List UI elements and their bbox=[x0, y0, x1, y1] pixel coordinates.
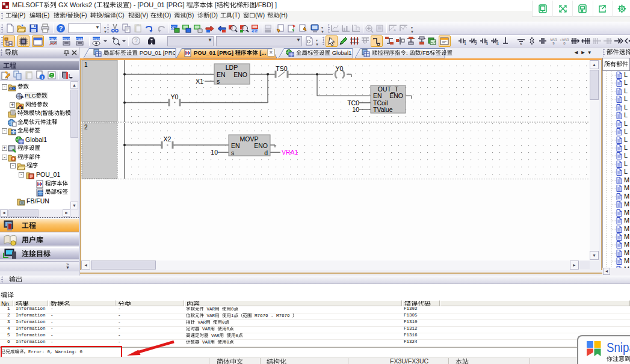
svg-text:VAR: VAR bbox=[200, 327, 211, 332]
svg-text:DFF: DFF bbox=[76, 37, 83, 41]
svg-text:0: 0 bbox=[563, 42, 566, 45]
svg-text:10: 10 bbox=[352, 106, 359, 113]
svg-text:VRA1: VRA1 bbox=[282, 149, 298, 156]
svg-text:POU_01 [PRG]: POU_01 [PRG] bbox=[194, 49, 235, 56]
svg-text:9: 9 bbox=[552, 42, 555, 45]
svg-text:2: 2 bbox=[84, 124, 88, 131]
svg-text:LDP: LDP bbox=[226, 64, 238, 71]
svg-text:6: 6 bbox=[520, 42, 522, 46]
svg-text:0: 0 bbox=[222, 320, 225, 325]
svg-text:X2: X2 bbox=[164, 135, 171, 143]
svg-text:...: ... bbox=[452, 49, 454, 56]
svg-text:(: ( bbox=[40, 110, 43, 116]
svg-text:3: 3 bbox=[486, 42, 488, 46]
svg-text:MOVP: MOVP bbox=[240, 135, 259, 143]
svg-text:MELSOFT: MELSOFT bbox=[12, 1, 43, 8]
svg-text:TCoil: TCoil bbox=[373, 99, 388, 106]
svg-text:0: 0 bbox=[227, 340, 230, 345]
svg-text:(F): (F) bbox=[79, 12, 87, 19]
svg-text:DEV: DEV bbox=[49, 37, 57, 41]
svg-text:/: / bbox=[66, 12, 67, 19]
svg-text::: : bbox=[406, 49, 409, 56]
svg-text:i: i bbox=[42, 75, 43, 80]
svg-text:": " bbox=[373, 39, 374, 42]
svg-text:P: P bbox=[20, 95, 24, 100]
svg-text:GX Works2 (: GX Works2 ( bbox=[57, 1, 96, 8]
svg-text:VAR: VAR bbox=[204, 313, 215, 318]
svg-text:X1: X1 bbox=[196, 78, 203, 85]
svg-text:TValue: TValue bbox=[373, 106, 393, 113]
svg-text:DEV: DEV bbox=[93, 37, 100, 41]
svg-text:4: 4 bbox=[496, 42, 499, 46]
svg-text:[...: [... bbox=[258, 49, 266, 56]
svg-text:d: d bbox=[264, 149, 268, 156]
svg-text:0: 0 bbox=[227, 327, 230, 332]
svg-text:10: 10 bbox=[211, 149, 218, 156]
svg-text:TC0: TC0 bbox=[347, 99, 359, 106]
svg-text:1: 1 bbox=[464, 42, 466, 46]
svg-text:ENO: ENO bbox=[389, 92, 403, 99]
svg-text:EN: EN bbox=[231, 142, 240, 149]
svg-text:(C): (C) bbox=[116, 12, 125, 19]
svg-text:DEV: DEV bbox=[63, 37, 70, 41]
svg-text:(V): (V) bbox=[140, 12, 148, 19]
svg-text:ENO: ENO bbox=[233, 71, 247, 78]
svg-text:(O): (O) bbox=[162, 12, 171, 19]
svg-text:1: 1 bbox=[231, 313, 234, 318]
svg-text:(H): (H) bbox=[279, 12, 288, 19]
svg-text:POU_01 [PRG]: POU_01 [PRG] bbox=[138, 49, 175, 56]
svg-text:A: A bbox=[394, 28, 396, 32]
svg-text:VAR: VAR bbox=[195, 320, 206, 325]
svg-text:Global1: Global1 bbox=[330, 49, 351, 56]
svg-text:[: [ bbox=[213, 1, 217, 8]
svg-text:Y0: Y0 bbox=[336, 65, 344, 72]
svg-text:VAR: VAR bbox=[209, 333, 220, 338]
svg-text:(B): (B) bbox=[186, 12, 194, 19]
svg-text:VAR: VAR bbox=[204, 307, 215, 312]
svg-text:?: ? bbox=[59, 25, 63, 32]
svg-text:DEV: DEV bbox=[251, 29, 258, 33]
svg-text:?: ? bbox=[134, 38, 138, 45]
svg-text:2: 2 bbox=[475, 42, 477, 46]
svg-text:(D): (D) bbox=[209, 12, 218, 19]
svg-text:1: 1 bbox=[84, 61, 88, 68]
svg-text:Y0: Y0 bbox=[171, 93, 179, 100]
svg-text:/: / bbox=[102, 12, 104, 19]
svg-text:(P): (P) bbox=[17, 12, 25, 19]
svg-text:/FBD] ]: /FBD] ] bbox=[256, 1, 277, 8]
svg-text:VAR: VAR bbox=[200, 340, 211, 345]
svg-text:ENO: ENO bbox=[254, 142, 268, 149]
svg-text:M7679 - M7679: M7679 - M7679 bbox=[252, 313, 293, 318]
svg-text:s: s bbox=[231, 149, 234, 156]
svg-text:EN: EN bbox=[373, 92, 382, 99]
svg-text:/FB: /FB bbox=[421, 49, 430, 56]
svg-text:) - [POU_01 [PRG]: ) - [POU_01 [PRG] bbox=[129, 1, 187, 8]
svg-text:(T): (T) bbox=[232, 12, 240, 19]
svg-text:s: s bbox=[217, 78, 220, 85]
svg-text:(E): (E) bbox=[42, 12, 49, 19]
svg-text:0: 0 bbox=[231, 307, 234, 312]
svg-text:0: 0 bbox=[236, 333, 239, 338]
svg-text:PLC: PLC bbox=[25, 92, 36, 99]
svg-text:(W): (W) bbox=[255, 12, 265, 19]
svg-text:TS0: TS0 bbox=[276, 65, 287, 72]
